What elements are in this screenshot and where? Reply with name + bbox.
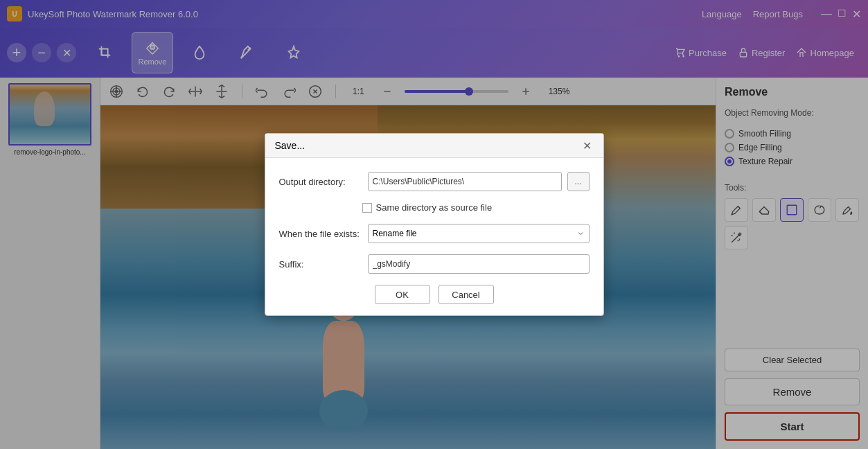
output-dir-row: Output directory: ...	[279, 172, 590, 191]
dialog-close-btn[interactable]: ✕	[581, 139, 594, 152]
save-dialog: Save... ✕ Output directory: ... Same dir…	[265, 133, 604, 316]
dialog-titlebar: Save... ✕	[265, 134, 603, 158]
suffix-row: Suffix:	[279, 254, 590, 274]
ok-button[interactable]: OK	[375, 285, 430, 304]
output-dir-input[interactable]	[368, 172, 562, 191]
dialog-body: Output directory: ... Same directory as …	[265, 158, 603, 315]
same-dir-row: Same directory as source file	[279, 202, 590, 213]
dialog-title: Save...	[275, 140, 305, 151]
output-dir-label: Output directory:	[279, 177, 362, 187]
suffix-input[interactable]	[368, 254, 590, 274]
chevron-down-icon	[576, 229, 585, 238]
file-exists-row: When the file exists: Rename file	[279, 224, 590, 243]
file-exists-select[interactable]: Rename file	[368, 224, 590, 243]
file-exists-label: When the file exists:	[279, 229, 362, 239]
same-dir-checkbox[interactable]	[362, 203, 372, 213]
cancel-button[interactable]: Cancel	[439, 285, 494, 304]
dialog-buttons: OK Cancel	[279, 285, 590, 304]
same-dir-label[interactable]: Same directory as source file	[376, 202, 493, 213]
browse-btn[interactable]: ...	[567, 172, 590, 191]
file-exists-value: Rename file	[373, 229, 417, 238]
suffix-label: Suffix:	[279, 259, 362, 270]
dialog-overlay: Save... ✕ Output directory: ... Same dir…	[0, 0, 868, 449]
